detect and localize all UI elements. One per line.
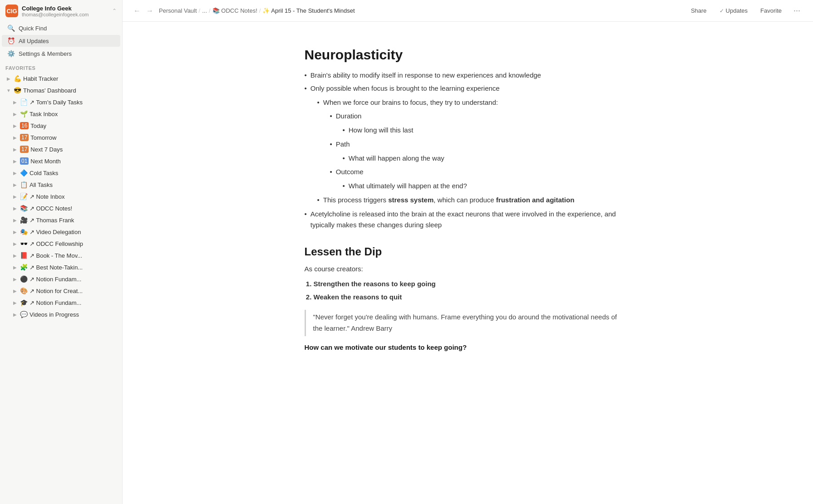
expand-icon: ▶ bbox=[12, 112, 18, 117]
content-area: Neuroplasticity Brain's ability to modif… bbox=[123, 22, 813, 504]
thomas-frank-label: ↗ Thomas Frank bbox=[30, 217, 74, 224]
sidebar-item-note-inbox[interactable]: ▶ 📝 ↗ Note Inbox bbox=[2, 191, 120, 202]
main-bullets: Brain's ability to modify itself in resp… bbox=[305, 70, 631, 94]
forward-button[interactable]: → bbox=[144, 5, 155, 17]
sidebar-item-videos-in-progress[interactable]: ▶ 💬 Videos in Progress bbox=[2, 309, 120, 320]
outcome-child-1: What ultimately will happen at the end? bbox=[343, 181, 631, 192]
expand-icon: ▶ bbox=[12, 135, 18, 140]
num-item-2: Weaken the reasons to quit bbox=[314, 292, 631, 303]
expand-icon: ▶ bbox=[12, 123, 18, 128]
sidebar-item-tomorrow[interactable]: ▶ 17 Tomorrow bbox=[2, 132, 120, 143]
stress-bullet: This process triggers stress system, whi… bbox=[317, 195, 631, 206]
sidebar-item-all-updates[interactable]: ⏰ All Updates bbox=[2, 35, 120, 47]
sidebar-item-habit-tracker[interactable]: ▶ 💪 Habit Tracker bbox=[2, 73, 120, 84]
expand-icon: ▶ bbox=[12, 300, 18, 305]
thomas-dashboard-label: Thomas' Dashboard bbox=[23, 87, 76, 94]
sidebar: CIG College Info Geek thomas@collegeinfo… bbox=[0, 0, 123, 504]
clock-icon: ⏰ bbox=[7, 37, 15, 44]
main-content: ← → Personal Vault / ... / 📚 ODCC Notes!… bbox=[123, 0, 813, 504]
path-child-1: What will happen along the way bbox=[343, 153, 631, 164]
odcc-fellowship-label: ↗ ODCC Fellowship bbox=[30, 240, 83, 247]
favorite-button[interactable]: Favorite bbox=[756, 5, 786, 16]
expand-icon: ▶ bbox=[12, 218, 18, 223]
workspace-header[interactable]: CIG College Info Geek thomas@collegeinfo… bbox=[0, 0, 122, 22]
task-inbox-label: Task Inbox bbox=[30, 111, 58, 117]
expand-icon: ▶ bbox=[12, 182, 18, 187]
expand-icon: ▶ bbox=[12, 265, 18, 270]
note-inbox-label: ↗ Note Inbox bbox=[30, 193, 65, 200]
expand-icon: ▶ bbox=[12, 100, 18, 105]
sidebar-item-cold-tasks[interactable]: ▶ 🔷 Cold Tasks bbox=[2, 167, 120, 178]
sidebar-item-quick-find[interactable]: 🔍 Quick Find bbox=[2, 22, 120, 34]
sidebar-item-thomas-frank[interactable]: ▶ 🎥 ↗ Thomas Frank bbox=[2, 215, 120, 225]
duration-list: Duration bbox=[305, 111, 631, 122]
expand-icon: ▼ bbox=[5, 88, 12, 93]
sidebar-item-odcc-notes[interactable]: ▶ 📚 ↗ ODCC Notes! bbox=[2, 203, 120, 214]
outcome-list: Outcome bbox=[305, 166, 631, 178]
notion-for-creat-label: ↗ Notion for Creat... bbox=[30, 288, 83, 294]
updates-button[interactable]: ✓ Updates bbox=[715, 5, 752, 16]
breadcrumb-personal-vault[interactable]: Personal Vault bbox=[159, 7, 197, 14]
num-item-1: Strengthen the reasons to keep going bbox=[314, 279, 631, 290]
sidebar-item-best-note-takin[interactable]: ▶ 🧩 ↗ Best Note-Takin... bbox=[2, 262, 120, 273]
breadcrumb-odcc-notes[interactable]: 📚 ODCC Notes! bbox=[212, 7, 257, 14]
cold-tasks-label: Cold Tasks bbox=[30, 170, 58, 176]
check-icon: ✓ bbox=[719, 8, 724, 14]
closing-question: How can we motivate our students to keep… bbox=[305, 343, 631, 351]
toms-daily-tasks-label: ↗ Tom's Daily Tasks bbox=[30, 99, 83, 106]
favorite-label: Favorite bbox=[760, 7, 782, 14]
topbar: ← → Personal Vault / ... / 📚 ODCC Notes!… bbox=[123, 0, 813, 22]
breadcrumb-sep-2: / bbox=[209, 7, 211, 14]
sidebar-item-settings[interactable]: ⚙️ Settings & Members bbox=[2, 48, 120, 59]
notion-fundam-2-label: ↗ Notion Fundam... bbox=[30, 299, 81, 306]
settings-label: Settings & Members bbox=[19, 50, 72, 57]
sidebar-item-thomas-dashboard[interactable]: ▼ 😎 Thomas' Dashboard bbox=[2, 85, 120, 96]
expand-icon: ▶ bbox=[12, 277, 18, 282]
acetylcholine-list: Acetylcholine is released into the brain… bbox=[305, 209, 631, 231]
expand-icon: ▶ bbox=[12, 171, 18, 176]
sidebar-item-video-delegation[interactable]: ▶ 🎭 ↗ Video Delegation bbox=[2, 226, 120, 237]
sidebar-item-notion-for-creat[interactable]: ▶ 🎨 ↗ Notion for Creat... bbox=[2, 285, 120, 296]
back-button[interactable]: ← bbox=[132, 5, 143, 17]
tomorrow-label: Tomorrow bbox=[30, 134, 56, 141]
sidebar-item-notion-fundam-2[interactable]: ▶ 🎓 ↗ Notion Fundam... bbox=[2, 297, 120, 308]
share-button[interactable]: Share bbox=[686, 5, 711, 16]
outcome-bullet: Outcome bbox=[330, 166, 631, 178]
breadcrumb-ellipsis[interactable]: ... bbox=[202, 7, 207, 14]
acetylcholine-bullet: Acetylcholine is released into the brain… bbox=[305, 209, 631, 231]
workspace-email: thomas@collegeinfogeek.com bbox=[22, 12, 108, 17]
sidebar-item-odcc-fellowship[interactable]: ▶ 🕶️ ↗ ODCC Fellowship bbox=[2, 238, 120, 249]
sidebar-item-today[interactable]: ▶ 16 Today bbox=[2, 120, 120, 131]
sub-bullet-intro-list: When we force our brains to focus, they … bbox=[305, 97, 631, 108]
sidebar-item-next-7-days[interactable]: ▶ 17 Next 7 Days bbox=[2, 144, 120, 155]
duration-child-1: How long will this last bbox=[343, 125, 631, 136]
bullet-2: Only possible when focus is brought to t… bbox=[305, 83, 631, 94]
sidebar-item-notion-fundam[interactable]: ▶ ⚫ ↗ Notion Fundam... bbox=[2, 274, 120, 284]
sidebar-item-book-mov[interactable]: ▶ 📕 ↗ Book - The Mov... bbox=[2, 250, 120, 261]
expand-icon: ▶ bbox=[12, 147, 18, 152]
next-month-label: Next Month bbox=[30, 158, 60, 165]
topbar-actions: Share ✓ Updates Favorite ··· bbox=[686, 4, 804, 17]
path-list: Path bbox=[305, 139, 631, 150]
videos-in-progress-label: Videos in Progress bbox=[30, 311, 79, 318]
quick-find-label: Quick Find bbox=[19, 25, 47, 32]
sidebar-item-task-inbox[interactable]: ▶ 🌱 Task Inbox bbox=[2, 108, 120, 119]
section2-heading: Lessen the Dip bbox=[305, 245, 631, 258]
sidebar-item-all-tasks[interactable]: ▶ 📋 All Tasks bbox=[2, 179, 120, 190]
expand-icon: ▶ bbox=[12, 230, 18, 235]
sidebar-item-next-month[interactable]: ▶ 01 Next Month bbox=[2, 156, 120, 166]
more-button[interactable]: ··· bbox=[790, 4, 804, 17]
updates-label: Updates bbox=[726, 7, 748, 14]
expand-icon: ▶ bbox=[12, 159, 18, 164]
next-7-days-label: Next 7 Days bbox=[30, 146, 63, 153]
breadcrumb-current: ✨ April 15 - The Student's Mindset bbox=[262, 7, 355, 14]
bullet-1: Brain's ability to modify itself in resp… bbox=[305, 70, 631, 81]
all-tasks-label: All Tasks bbox=[30, 181, 53, 188]
workspace-icon: CIG bbox=[5, 5, 18, 17]
section1-heading: Neuroplasticity bbox=[305, 47, 631, 63]
path-bullet: Path bbox=[330, 139, 631, 150]
sidebar-item-toms-daily-tasks[interactable]: ▶ 📄 ↗ Tom's Daily Tasks bbox=[2, 97, 120, 108]
video-delegation-label: ↗ Video Delegation bbox=[30, 229, 81, 235]
habit-tracker-label: Habit Tracker bbox=[23, 75, 58, 82]
navigation-buttons: ← → bbox=[132, 5, 155, 17]
